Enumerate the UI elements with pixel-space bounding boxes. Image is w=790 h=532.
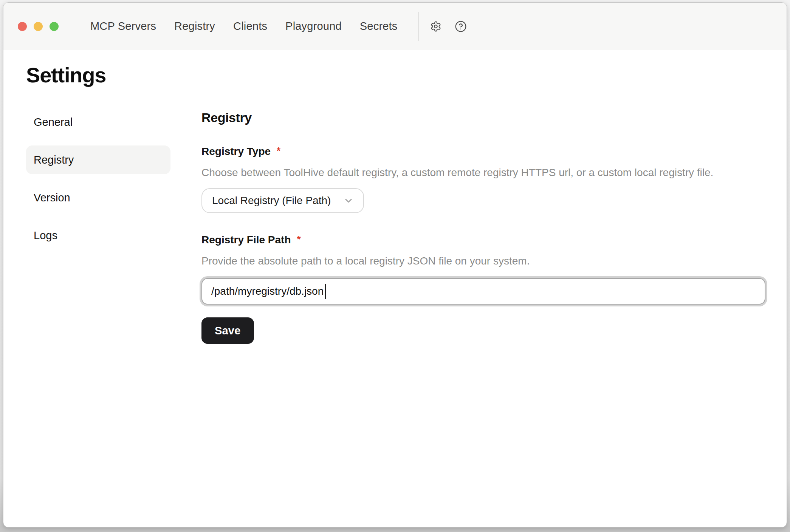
registry-type-description: Choose between ToolHive default registry… — [201, 165, 765, 180]
registry-file-path-field: Registry File Path * Provide the absolut… — [201, 233, 765, 305]
nav-item-secrets[interactable]: Secrets — [360, 20, 398, 32]
minimize-window-button[interactable] — [34, 22, 43, 31]
close-window-button[interactable] — [18, 22, 27, 31]
settings-page: Settings General Registry Version Logs R… — [3, 65, 787, 344]
registry-file-path-input[interactable]: /path/myregistry/db.json — [201, 278, 765, 305]
save-button[interactable]: Save — [201, 317, 254, 344]
registry-type-selected-value: Local Registry (File Path) — [212, 195, 331, 207]
nav-item-clients[interactable]: Clients — [233, 20, 267, 32]
nav-item-registry[interactable]: Registry — [174, 20, 215, 32]
settings-gear-button[interactable] — [427, 18, 445, 35]
gear-icon — [430, 21, 441, 32]
window-titlebar: MCP Servers Registry Clients Playground … — [3, 3, 787, 50]
registry-settings-panel: Registry Registry Type * Choose between … — [201, 108, 765, 344]
main-nav: MCP Servers Registry Clients Playground … — [90, 20, 398, 32]
registry-type-label: Registry Type — [201, 144, 271, 159]
registry-file-path-value: /path/myregistry/db.json — [211, 285, 324, 297]
window-controls — [18, 22, 59, 31]
registry-type-select[interactable]: Local Registry (File Path) — [201, 188, 364, 213]
chevron-down-icon — [343, 195, 354, 206]
registry-type-label-row: Registry Type * — [201, 144, 765, 159]
page-title: Settings — [26, 65, 765, 86]
registry-file-path-label: Registry File Path — [201, 233, 291, 247]
registry-file-path-description: Provide the absolute path to a local reg… — [201, 254, 765, 268]
app-window: MCP Servers Registry Clients Playground … — [3, 2, 787, 527]
settings-layout: General Registry Version Logs Registry R… — [26, 108, 765, 344]
registry-type-field: Registry Type * Choose between ToolHive … — [201, 144, 765, 213]
zoom-window-button[interactable] — [50, 22, 59, 31]
sidebar-item-version[interactable]: Version — [26, 183, 170, 212]
required-asterisk: * — [277, 145, 280, 157]
registry-file-path-label-row: Registry File Path * — [201, 233, 765, 247]
sidebar-item-registry[interactable]: Registry — [26, 145, 170, 174]
topbar-divider — [418, 12, 419, 41]
section-title: Registry — [201, 111, 765, 125]
nav-item-mcp-servers[interactable]: MCP Servers — [90, 20, 156, 32]
sidebar-item-general[interactable]: General — [26, 108, 170, 136]
help-circle-icon — [455, 20, 467, 32]
help-button[interactable] — [452, 18, 469, 35]
settings-sidebar: General Registry Version Logs — [26, 108, 170, 344]
nav-item-playground[interactable]: Playground — [285, 20, 342, 32]
required-asterisk: * — [297, 234, 301, 245]
sidebar-item-logs[interactable]: Logs — [26, 221, 170, 250]
text-cursor — [325, 284, 326, 299]
